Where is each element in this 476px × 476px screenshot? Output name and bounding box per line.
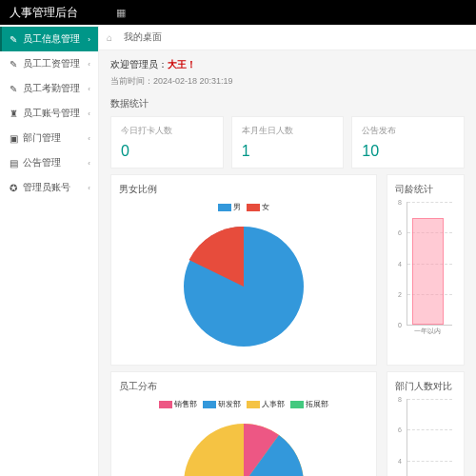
legend-label: 男 xyxy=(233,202,241,212)
stat-value: 0 xyxy=(121,143,213,160)
stat-card-1: 本月生日人数1 xyxy=(231,116,345,169)
legend-swatch xyxy=(290,401,304,408)
stat-value: 10 xyxy=(362,143,454,160)
stat-value: 1 xyxy=(242,143,334,160)
home-icon[interactable]: ⌂ xyxy=(107,32,112,43)
stat-label: 今日打卡人数 xyxy=(121,125,213,137)
chart-title: 司龄统计 xyxy=(395,183,456,196)
menu-icon: ✎ xyxy=(8,59,19,69)
sidebar-item-6[interactable]: ✪管理员账号‹ xyxy=(0,175,98,200)
chevron-icon: ‹ xyxy=(88,134,90,143)
legend-label: 销售部 xyxy=(174,399,197,409)
sidebar-item-4[interactable]: ▣部门管理‹ xyxy=(0,126,98,150)
legend: 男女 xyxy=(119,202,368,212)
legend-item: 研发部 xyxy=(203,399,241,409)
menu-icon: ✎ xyxy=(8,34,19,45)
chart-title: 男女比例 xyxy=(119,183,368,196)
sidebar-label: 员工工资管理 xyxy=(23,57,88,70)
calendar-icon[interactable]: ▦ xyxy=(116,7,126,19)
menu-icon: ♜ xyxy=(8,109,19,119)
chevron-icon: ‹ xyxy=(88,159,90,168)
sidebar-label: 员工信息管理 xyxy=(23,32,88,46)
legend-label: 女 xyxy=(262,202,269,212)
menu-icon: ▣ xyxy=(8,133,19,144)
dept-bar-card: 部门人数对比 8 6 4 2 0 销售部 xyxy=(387,371,465,476)
sidebar-label: 公告管理 xyxy=(23,156,88,169)
sidebar-item-0[interactable]: ✎员工信息管理› xyxy=(0,27,98,51)
menu-icon: ✪ xyxy=(8,183,19,193)
sidebar-item-1[interactable]: ✎员工工资管理‹ xyxy=(0,51,98,76)
main-content: ⌂ 我的桌面 欢迎管理员：大王！ 当前时间：2024-02-18 20:31:1… xyxy=(99,25,476,476)
legend-swatch xyxy=(247,401,260,408)
sidebar-label: 部门管理 xyxy=(23,131,88,145)
menu-icon: ▤ xyxy=(8,158,19,169)
chevron-icon: ‹ xyxy=(88,184,90,192)
timestamp: 当前时间：2024-02-18 20:31:19 xyxy=(110,75,465,88)
stats-row: 今日打卡人数0本月生日人数1公告发布10 xyxy=(110,116,465,169)
sidebar-item-3[interactable]: ♜员工账号管理‹ xyxy=(0,101,98,126)
welcome-prefix: 欢迎管理员： xyxy=(110,59,168,69)
bar-xlabel: 一年以内 xyxy=(412,327,444,336)
legend-label: 拓展部 xyxy=(306,399,328,409)
stat-label: 本月生日人数 xyxy=(242,125,334,137)
legend-item: 销售部 xyxy=(159,399,197,409)
legend-item: 女 xyxy=(247,202,269,212)
sidebar: ✎员工信息管理›✎员工工资管理‹✎员工考勤管理‹♜员工账号管理‹▣部门管理‹▤公… xyxy=(0,25,99,476)
tab-desktop[interactable]: 我的桌面 xyxy=(118,29,168,46)
sidebar-label: 管理员账号 xyxy=(23,181,88,194)
admin-name: 大王！ xyxy=(168,59,196,69)
topbar: 人事管理后台 ▦ xyxy=(0,0,476,25)
turnover-chart-card: 司龄统计 8 6 4 2 0 一年以内 xyxy=(387,174,465,366)
sidebar-label: 员工考勤管理 xyxy=(23,82,88,95)
legend-item: 男 xyxy=(218,202,241,212)
dept-pie-card: 员工分布 销售部研发部人事部拓展部 xyxy=(110,371,377,476)
legend-swatch xyxy=(218,204,231,211)
legend: 销售部研发部人事部拓展部 xyxy=(119,399,368,409)
stat-card-0: 今日打卡人数0 xyxy=(110,116,224,169)
bar-chart-dept: 8 6 4 2 0 销售部 xyxy=(407,399,452,476)
stat-label: 公告发布 xyxy=(362,125,454,137)
menu-icon: ✎ xyxy=(8,84,19,94)
sidebar-item-2[interactable]: ✎员工考勤管理‹ xyxy=(0,76,98,101)
pie-dept xyxy=(119,413,368,476)
legend-item: 人事部 xyxy=(247,399,285,409)
legend-label: 人事部 xyxy=(262,399,285,409)
chevron-icon: ‹ xyxy=(88,109,90,118)
legend-item: 拓展部 xyxy=(290,399,328,409)
bar-chart-turnover: 8 6 4 2 0 一年以内 xyxy=(407,202,452,326)
chevron-icon: ‹ xyxy=(88,60,90,69)
chevron-icon: › xyxy=(88,35,90,44)
pie-gender xyxy=(119,216,368,357)
chevron-icon: ‹ xyxy=(88,85,90,93)
welcome-text: 欢迎管理员：大王！ xyxy=(110,58,465,71)
legend-swatch xyxy=(203,401,216,408)
legend-swatch xyxy=(159,401,172,408)
chart-title: 部门人数对比 xyxy=(395,380,456,393)
sidebar-item-5[interactable]: ▤公告管理‹ xyxy=(0,150,98,175)
legend-swatch xyxy=(247,204,260,211)
chart-title: 员工分布 xyxy=(119,380,368,393)
stats-title: 数据统计 xyxy=(110,97,465,110)
sidebar-label: 员工账号管理 xyxy=(23,107,88,120)
gender-chart-card: 男女比例 男女 xyxy=(110,174,377,366)
tabbar: ⌂ 我的桌面 xyxy=(99,25,476,50)
legend-label: 研发部 xyxy=(218,399,241,409)
app-title: 人事管理后台 xyxy=(10,5,78,21)
stat-card-2: 公告发布10 xyxy=(351,116,465,169)
